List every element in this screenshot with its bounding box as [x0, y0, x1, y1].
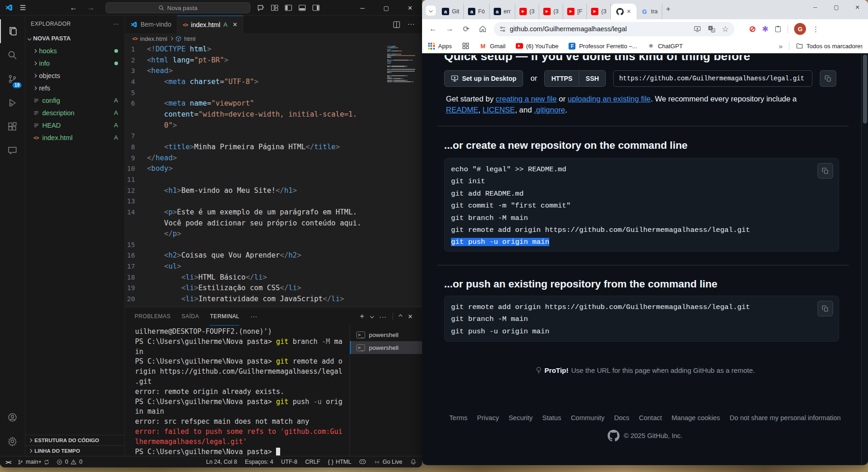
- vscode-maximize-button[interactable]: ▢: [374, 0, 398, 16]
- command-center-search[interactable]: Nova pasta: [106, 2, 250, 13]
- copy-code-button[interactable]: [817, 163, 833, 179]
- copilot-status-icon[interactable]: [359, 459, 366, 465]
- bookmarks-overflow-icon[interactable]: »: [779, 42, 783, 50]
- indentation-status[interactable]: Espaços: 4: [245, 459, 273, 465]
- bookmark-grid[interactable]: [462, 42, 469, 50]
- vscode-close-button[interactable]: ✕: [398, 0, 422, 16]
- code-editor[interactable]: 1<!DOCTYPE html>2<html lang="pt-BR">3<he…: [125, 44, 422, 307]
- notifications-bell-icon[interactable]: [410, 459, 417, 465]
- toggle-sidebar-icon[interactable]: [285, 4, 292, 11]
- explorer-item-hooks[interactable]: hooks: [25, 45, 124, 57]
- minimap[interactable]: [387, 46, 416, 83]
- browser-tab-3[interactable]: aerr: [490, 4, 515, 19]
- activity-chat-icon[interactable]: [0, 139, 25, 163]
- repo-url-field[interactable]: https://github.com/Guilhermemagalhaess/l…: [613, 70, 812, 87]
- browser-tab-8[interactable]: ✕: [611, 4, 637, 19]
- account-icon[interactable]: [0, 405, 25, 429]
- remote-indicator-icon[interactable]: ><: [6, 459, 11, 466]
- all-bookmarks-folder[interactable]: Todos os marcadores: [796, 42, 862, 50]
- activity-run-debug-icon[interactable]: [0, 91, 25, 115]
- explorer-item-index.html[interactable]: <>index.htmlA: [25, 131, 124, 144]
- bookmark--6-youtube[interactable]: (6) YouTube: [516, 42, 558, 50]
- new-terminal-icon[interactable]: +: [360, 312, 364, 321]
- footer-link-docs[interactable]: Docs: [614, 414, 629, 421]
- terminal-list-item[interactable]: >_powershell: [350, 328, 422, 341]
- bookmark-gmail[interactable]: MGmail: [479, 42, 506, 50]
- vscode-minimize-button[interactable]: ─: [350, 0, 374, 16]
- hamburger-menu-icon[interactable]: ☰: [20, 4, 26, 12]
- extension-clipboard-icon[interactable]: [774, 25, 782, 33]
- https-toggle-button[interactable]: HTTPS: [544, 70, 579, 87]
- activity-source-control-icon[interactable]: 19: [0, 67, 25, 91]
- set-up-in-desktop-button[interactable]: Set up in Desktop: [444, 70, 523, 87]
- activity-explorer-icon[interactable]: [0, 19, 25, 43]
- footer-link-do-not-share-my-personal-information[interactable]: Do not share my personal information: [730, 414, 841, 421]
- panel-tab-saída[interactable]: SAÍDA: [181, 307, 199, 326]
- browser-tab-5[interactable]: (3: [539, 4, 563, 19]
- address-bar[interactable]: github.com/Guilhermemagalhaess/legal Aa …: [494, 22, 734, 36]
- browser-tab-2[interactable]: aFó: [464, 4, 490, 19]
- chrome-close-button[interactable]: ✕: [847, 0, 868, 15]
- github-link[interactable]: .gitignore: [534, 106, 565, 114]
- copy-code-button[interactable]: [817, 301, 833, 316]
- panel-tab-terminal[interactable]: TERMINAL: [210, 307, 239, 326]
- tab-search-chevron-icon[interactable]: [426, 6, 436, 16]
- copy-url-button[interactable]: [820, 70, 836, 87]
- browser-home-icon[interactable]: [475, 22, 490, 36]
- terminal-output[interactable]: uilherme@DESKTOP-FOUPFF2.(none)')PS C:\U…: [125, 326, 349, 456]
- explorer-item-HEAD[interactable]: HEADA: [25, 119, 124, 131]
- browser-tab-1[interactable]: aGit: [438, 4, 464, 19]
- panel-more-tabs-icon[interactable]: ···: [250, 313, 257, 320]
- eol-status[interactable]: CRLF: [305, 459, 320, 465]
- extension-flower-icon[interactable]: ✱: [762, 24, 768, 34]
- panel-tab-problemas[interactable]: PROBLEMAS: [135, 307, 170, 326]
- go-live-status[interactable]: Go Live: [374, 459, 402, 465]
- push-repo-code-block[interactable]: git remote add origin https://github.com…: [444, 296, 839, 342]
- explorer-item-objects[interactable]: objects: [25, 69, 124, 82]
- profile-avatar[interactable]: G: [794, 23, 806, 35]
- extension-blocker-icon[interactable]: ⊘: [749, 24, 756, 34]
- settings-gear-icon[interactable]: [0, 429, 25, 453]
- chrome-minimize-button[interactable]: ─: [805, 0, 826, 15]
- bookmark-professor-ferretto-[interactable]: FProfessor Ferretto –...: [569, 42, 637, 50]
- activity-search-icon[interactable]: [0, 43, 25, 67]
- bookmark-star-icon[interactable]: ☆: [722, 24, 729, 34]
- maximize-panel-icon[interactable]: [398, 315, 402, 318]
- breadcrumb[interactable]: <> index.html html: [125, 33, 422, 44]
- new-tab-button[interactable]: +: [666, 5, 671, 14]
- browser-tab-6[interactable]: [F: [563, 4, 587, 19]
- browser-menu-icon[interactable]: ⋮: [812, 25, 819, 34]
- copilot-chat-icon[interactable]: [257, 4, 265, 11]
- terminal-list-item[interactable]: >_powershell: [350, 341, 422, 354]
- github-link[interactable]: creating a new file: [496, 95, 557, 103]
- explorer-item-description[interactable]: descriptionA: [25, 107, 124, 119]
- page-scrollbar[interactable]: [861, 53, 868, 465]
- activity-extensions-icon[interactable]: [0, 115, 25, 139]
- back-arrow-icon[interactable]: ←: [70, 4, 77, 12]
- explorer-item-config[interactable]: configA: [25, 94, 124, 107]
- problems-status[interactable]: 0 0: [56, 459, 82, 465]
- editor-more-actions-icon[interactable]: ···: [407, 20, 415, 28]
- browser-reload-icon[interactable]: ⟳: [459, 22, 473, 36]
- explorer-root-folder[interactable]: NOVA PASTA: [25, 32, 124, 45]
- tab-index-html[interactable]: <> index.html A ✕: [177, 16, 243, 33]
- cursor-position-status[interactable]: Ln 24, Col 8: [206, 459, 237, 465]
- forward-arrow-icon[interactable]: →: [87, 4, 95, 12]
- bookmark-apps[interactable]: Apps: [428, 42, 452, 50]
- close-tab-icon[interactable]: ✕: [626, 8, 631, 15]
- footer-link-privacy[interactable]: Privacy: [477, 414, 499, 421]
- panel-more-actions-icon[interactable]: ···: [379, 313, 387, 320]
- browser-tab-9[interactable]: Gtra: [637, 4, 662, 19]
- browser-tab-4[interactable]: (3: [515, 4, 539, 19]
- site-info-icon[interactable]: [499, 26, 506, 33]
- customize-layout-icon[interactable]: [271, 4, 278, 11]
- footer-link-contact[interactable]: Contact: [639, 414, 662, 421]
- footer-link-community[interactable]: Community: [571, 414, 604, 421]
- bookmark-chatgpt[interactable]: ✳ChatGPT: [647, 42, 682, 50]
- chrome-maximize-button[interactable]: ▢: [826, 0, 847, 15]
- toggle-panel-icon[interactable]: [299, 4, 306, 11]
- branch-status[interactable]: main+: [17, 459, 50, 465]
- github-link[interactable]: LICENSE: [483, 106, 515, 114]
- translate-icon[interactable]: Aa: [708, 25, 716, 33]
- explorer-more-actions-icon[interactable]: ···: [113, 21, 119, 27]
